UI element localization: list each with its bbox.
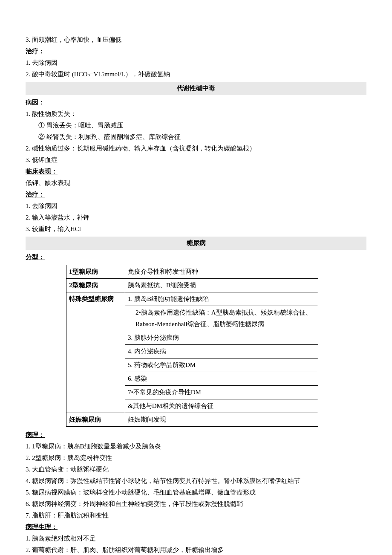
list-item: 2. 酸中毒较重时 (HCO₃⁻V15mmol/L），补碳酸氢钠 — [26, 69, 366, 80]
treatment-heading: 治疗： — [26, 189, 366, 200]
body-text: 低钾、缺水表现 — [26, 177, 366, 189]
list-item: 1. 酸性物质丢失： — [26, 108, 366, 120]
list-item: 3. 低钾血症 — [26, 154, 366, 166]
cell-text: 2•胰岛素作用遗传性缺陷：A型胰岛素抵抗、矮妖精貌综合征、Rabson-Mend… — [128, 307, 315, 330]
list-item: 6. 糖尿病神经病变：外周神经和自主神经轴突变性，伴节段性或弥漫性脱髓鞘 — [26, 498, 366, 510]
table-cell: 7•不常见的免疫介导性DM — [125, 386, 318, 399]
pathology-heading: 病理： — [26, 429, 366, 441]
table-cell: 5. 药物或化学品所致DM — [125, 358, 318, 372]
list-item: 2. 碱性物质过多：长期服用碱性药物、输入库存血（含抗凝剂，转化为碳酸氢根） — [26, 143, 366, 154]
list-item: 3. 面颊潮红，心率加快，血压偏低 — [26, 34, 366, 46]
table-cell: 妊娠糖尿病 — [66, 413, 125, 427]
list-item: 1. 去除病因 — [26, 57, 366, 69]
diabetes-type-table: 1型糖尿病 免疫介导性和特发性两种 2型糖尿病 胰岛素抵抗、B细胞受损 特殊类型… — [66, 265, 318, 427]
list-item: 1. 1型糖尿病：胰岛B细胞数量显着减少及胰岛炎 — [26, 441, 366, 452]
list-item: 3. 大血管病变：动脉粥样硬化 — [26, 464, 366, 475]
clinical-heading: 临床表现： — [26, 166, 366, 177]
list-item: ① 胃液丢失：呕吐、胃肠减压 — [26, 120, 366, 131]
treatment-heading: 治疗： — [26, 46, 366, 57]
table-cell: &其他与DM相关的遗传综合征 — [125, 399, 318, 413]
table-cell: 1. 胰岛B细胞功能遗传性缺陷 — [125, 292, 318, 306]
list-item: 3. 较重时，输入HCl — [26, 223, 366, 235]
list-item: 1. 胰岛素绝对或相对不足 — [26, 533, 366, 544]
pathophysiology-heading: 病理生理： — [26, 521, 366, 533]
table-cell: 2•胰岛素作用遗传性缺陷：A型胰岛素抵抗、矮妖精貌综合征、Rabson-Mend… — [125, 306, 318, 331]
table-cell: 2型糖尿病 — [66, 279, 125, 292]
list-item: 2. 2型糖尿病：胰岛淀粉样变性 — [26, 452, 366, 464]
table-cell: 6. 感染 — [125, 372, 318, 386]
table-row: 妊娠糖尿病 妊娠期间发现 — [66, 413, 318, 427]
table-cell: 4. 内分泌疾病 — [125, 345, 318, 358]
list-item: ② 经肾丢失：利尿剂、醛固酮增多症、库欣综合征 — [26, 131, 366, 143]
table-row: 2型糖尿病 胰岛素抵抗、B细胞受损 — [66, 279, 318, 292]
list-item: 1. 去除病因 — [26, 200, 366, 212]
list-item: 5. 糖尿病视网膜病：玻璃样变性小动脉硬化、毛细血管基底膜增厚、微血管瘤形成 — [26, 487, 366, 498]
table-cell: 胰岛素抵抗、B细胞受损 — [125, 279, 318, 292]
table-row: 1型糖尿病 免疫介导性和特发性两种 — [66, 265, 318, 279]
list-item: 2. 葡萄糖代谢：肝、肌肉、脂肪组织对葡萄糖利用减少，肝糖输出增多 — [26, 544, 366, 555]
list-item: 2. 输入等渗盐水，补钾 — [26, 212, 366, 223]
table-cell: 免疫介导性和特发性两种 — [125, 265, 318, 279]
table-cell: 特殊类型糖尿病 — [66, 292, 125, 413]
table-cell: 1型糖尿病 — [66, 265, 125, 279]
list-item: 4. 糖尿病肾病：弥漫性或结节性肾小球硬化，结节性病变具有特异性。肾小球系膜区有… — [26, 475, 366, 487]
table-row: 特殊类型糖尿病 1. 胰岛B细胞功能遗传性缺陷 — [66, 292, 318, 306]
section-title-alkalosis: 代谢性碱中毒 — [26, 82, 366, 95]
table-cell: 3. 胰腺外分泌疾病 — [125, 331, 318, 345]
type-heading: 分型： — [26, 251, 366, 263]
cause-heading: 病因： — [26, 97, 366, 108]
list-item: 7. 脂肪肝：肝脂肪沉积和变性 — [26, 510, 366, 521]
table-cell: 妊娠期间发现 — [125, 413, 318, 427]
section-title-diabetes: 糖尿病 — [26, 237, 366, 250]
